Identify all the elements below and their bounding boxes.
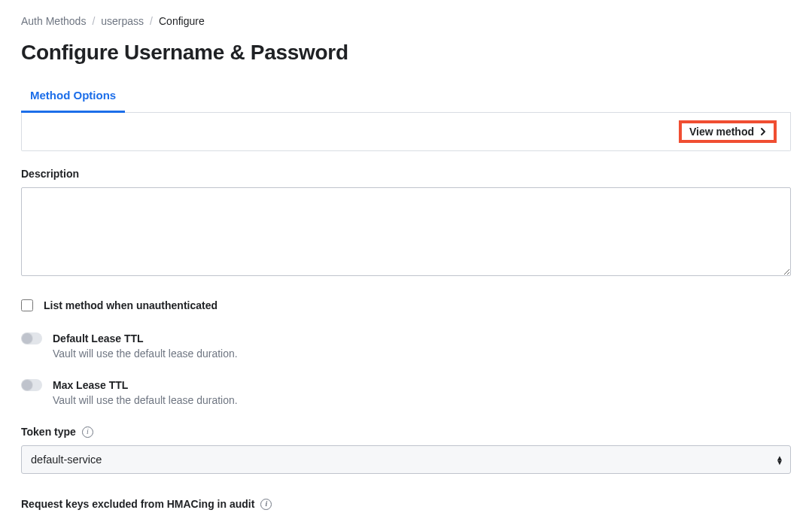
- token-type-label: Token type: [21, 426, 76, 438]
- breadcrumb-auth-methods[interactable]: Auth Methods: [21, 15, 86, 27]
- audit-keys-label: Request keys excluded from HMACing in au…: [21, 498, 791, 510]
- chevron-right-icon: [760, 127, 766, 136]
- token-type-select[interactable]: default-service: [21, 445, 791, 474]
- tab-method-options[interactable]: Method Options: [21, 81, 125, 113]
- description-label: Description: [21, 168, 791, 180]
- default-lease-ttl-toggle[interactable]: [21, 332, 42, 344]
- toolbar: View method: [21, 113, 791, 151]
- info-icon[interactable]: i: [82, 426, 93, 438]
- view-method-label: View method: [689, 126, 754, 138]
- page-title: Configure Username & Password: [21, 41, 791, 65]
- tabs: Method Options: [21, 81, 791, 113]
- view-method-button[interactable]: View method: [689, 126, 766, 138]
- max-lease-ttl-label: Max Lease TTL: [53, 379, 128, 391]
- breadcrumb-configure: Configure: [159, 15, 205, 27]
- description-input[interactable]: [21, 187, 791, 276]
- breadcrumb-separator: /: [92, 15, 95, 27]
- breadcrumb: Auth Methods / userpass / Configure: [21, 15, 791, 27]
- list-unauth-label: List method when unauthenticated: [44, 299, 217, 311]
- max-lease-ttl-help: Vault will use the default lease duratio…: [53, 394, 791, 406]
- breadcrumb-separator: /: [150, 15, 153, 27]
- default-lease-ttl-label: Default Lease TTL: [53, 332, 144, 344]
- breadcrumb-userpass[interactable]: userpass: [101, 15, 144, 27]
- list-unauth-checkbox[interactable]: [21, 299, 33, 311]
- info-icon[interactable]: i: [260, 499, 272, 510]
- default-lease-ttl-help: Vault will use the default lease duratio…: [53, 348, 791, 360]
- max-lease-ttl-toggle[interactable]: [21, 379, 42, 391]
- view-method-highlight: View method: [679, 120, 777, 143]
